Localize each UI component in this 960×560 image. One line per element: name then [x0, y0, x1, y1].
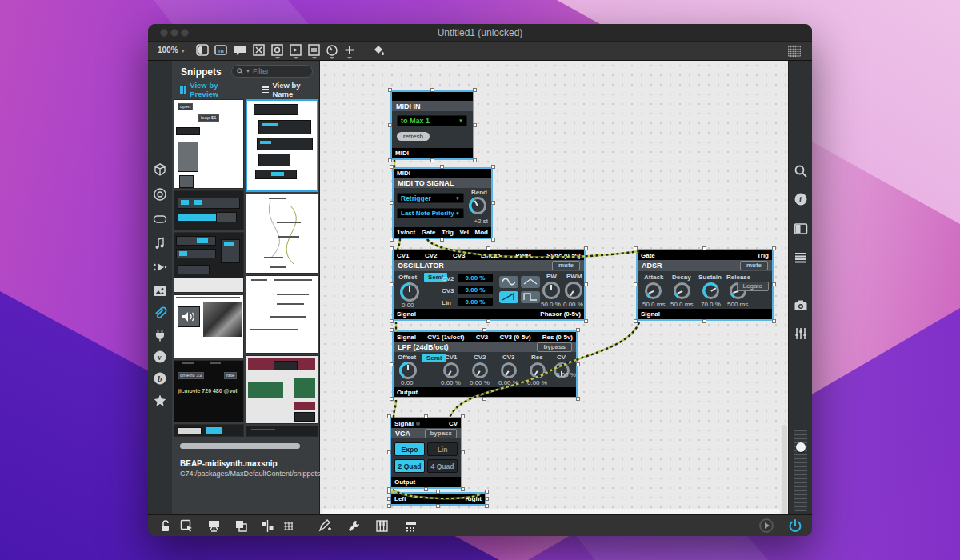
osc-wave-square[interactable] — [521, 291, 540, 303]
selection-handle[interactable] — [387, 504, 391, 508]
snippet-thumbnail[interactable] — [246, 355, 318, 424]
add-object-icon[interactable] — [343, 44, 358, 57]
favorites-star-icon[interactable] — [153, 394, 167, 408]
wrench-icon[interactable] — [347, 519, 362, 533]
tab-view-by-name[interactable]: View by Name — [262, 81, 319, 98]
snippet-thumbnail-selected[interactable] — [246, 99, 318, 192]
snippets-filter-input[interactable]: ▼ Filter — [231, 65, 313, 78]
paint-bucket-icon[interactable] — [372, 44, 386, 57]
vca-bypass-button[interactable]: bypass — [425, 429, 457, 438]
decay-knob[interactable] — [674, 282, 690, 299]
button-tool-icon[interactable] — [153, 212, 167, 226]
selection-handle[interactable] — [491, 201, 495, 205]
selection-handle[interactable] — [486, 246, 490, 250]
button-icon[interactable] — [196, 44, 210, 57]
retrigger-dropdown[interactable]: Retrigger▼ — [397, 193, 464, 203]
vca-4quad-button[interactable]: 4 Quad — [427, 459, 458, 473]
selection-handle[interactable] — [702, 319, 706, 323]
selection-handle[interactable] — [634, 282, 638, 286]
selection-handle[interactable] — [424, 414, 428, 418]
rings-icon[interactable] — [153, 187, 167, 202]
lpf-semi-toggle[interactable]: Semi — [422, 354, 446, 362]
module-lpf[interactable]: SignalCV1 (1v/oct)CV2CV3 (0-5v)Res (0-5v… — [392, 330, 578, 398]
snippet-thumbnail[interactable]: qmetro 33 rate jit.movie 720 480 @vol — [174, 360, 244, 422]
selection-handle[interactable] — [390, 319, 394, 323]
number-box-icon[interactable] — [290, 44, 304, 57]
osc-cv3-value[interactable]: 0.00 % — [458, 286, 493, 294]
snippet-thumbnail[interactable] — [246, 275, 318, 354]
osc-lin-value[interactable]: 0.00 % — [458, 298, 493, 306]
selection-handle[interactable] — [491, 165, 495, 169]
module-stereo-out[interactable]: LeftRight — [390, 492, 486, 506]
selection-handle[interactable] — [390, 201, 394, 205]
snippets-paperclip-icon[interactable] — [153, 306, 167, 321]
selection-handle[interactable] — [461, 414, 465, 418]
selection-handle[interactable] — [390, 246, 394, 250]
tab-view-by-preview[interactable]: View by Preview — [180, 81, 244, 98]
selection-handle[interactable] — [430, 158, 434, 162]
lpf-res-knob[interactable] — [530, 362, 546, 378]
mixer-sliders-icon[interactable] — [794, 326, 808, 341]
selection-handle[interactable] — [702, 246, 706, 250]
piano-keys-icon[interactable] — [375, 519, 390, 533]
selection-handle[interactable] — [436, 504, 440, 508]
gain-fader-thumb[interactable] — [796, 442, 806, 452]
object-box-icon[interactable]: m — [214, 44, 229, 57]
toggle-icon[interactable] — [253, 44, 267, 57]
grid-options-icon[interactable] — [788, 45, 801, 57]
module-vca[interactable]: SignalCV VCAbypass Expo Lin 2 Quad 4 Qua… — [390, 417, 462, 489]
lpf-cv1-knob[interactable] — [443, 362, 459, 378]
midi-device-dropdown[interactable]: to Max 1▼ — [397, 115, 467, 126]
adsr-mute-button[interactable]: mute — [740, 261, 768, 270]
selection-handle[interactable] — [584, 282, 588, 286]
selection-handle[interactable] — [387, 414, 391, 418]
osc-wave-triangle[interactable] — [521, 276, 540, 288]
grid-snap-icon[interactable] — [282, 519, 296, 533]
selection-handle[interactable] — [584, 246, 588, 250]
package-icon[interactable] — [153, 162, 167, 177]
unlock-icon[interactable] — [159, 519, 174, 533]
snippet-thumbnail[interactable]: open loop $1 — [174, 99, 244, 189]
selection-handle[interactable] — [772, 282, 776, 286]
beap-icon[interactable]: b — [153, 371, 167, 386]
selection-handle[interactable] — [388, 123, 392, 127]
selection-handle[interactable] — [473, 158, 477, 162]
selection-handle[interactable] — [388, 88, 392, 92]
pen-new-icon[interactable] — [318, 519, 332, 533]
message-icon[interactable] — [271, 44, 286, 57]
osc-wave-saw-selected[interactable] — [499, 291, 518, 303]
osc-pwm-knob[interactable] — [565, 282, 582, 299]
canvas-horizontal-scrollbar[interactable] — [322, 509, 780, 514]
osc-wave-sine[interactable] — [499, 276, 518, 288]
vca-expo-button[interactable]: Expo — [394, 442, 425, 456]
selection-handle[interactable] — [473, 88, 477, 92]
console-list-icon[interactable] — [794, 250, 808, 265]
selection-handle[interactable] — [436, 490, 440, 494]
module-oscillator[interactable]: CV1CV2CV3LinearPWMSync (0-5v) OSCILLATOR… — [392, 249, 586, 321]
zoom-level-dropdown[interactable]: 100% ▼ — [158, 46, 186, 54]
snippet-thumbnail[interactable] — [174, 190, 244, 230]
priority-dropdown[interactable]: Last Note Priority▼ — [397, 208, 464, 218]
audio-power-icon[interactable] — [788, 518, 802, 533]
inspector-info-icon[interactable]: i — [794, 192, 808, 206]
selection-handle[interactable] — [387, 490, 391, 494]
selection-handle[interactable] — [390, 328, 394, 332]
selection-handle[interactable] — [390, 282, 394, 286]
selection-handle[interactable] — [390, 165, 394, 169]
selection-handle[interactable] — [634, 319, 638, 323]
search-icon[interactable] — [794, 164, 808, 178]
selection-handle[interactable] — [390, 238, 394, 242]
selection-handle[interactable] — [424, 487, 428, 491]
snippets-horizontal-scrollbar[interactable] — [180, 443, 300, 449]
lpf-cv3-knob[interactable] — [501, 362, 517, 378]
lpf-bypass-button[interactable]: bypass — [537, 342, 572, 352]
selection-handle[interactable] — [482, 397, 486, 401]
audio-note-icon[interactable] — [153, 236, 167, 250]
vizzie-icon[interactable]: v — [153, 350, 167, 364]
legato-button[interactable]: Legato — [737, 282, 769, 291]
selection-handle[interactable] — [387, 450, 391, 454]
osc-offset-knob[interactable] — [400, 282, 419, 302]
snippet-thumbnail[interactable] — [246, 426, 318, 437]
osc-pw-knob[interactable] — [542, 282, 560, 299]
selection-handle[interactable] — [491, 238, 495, 242]
